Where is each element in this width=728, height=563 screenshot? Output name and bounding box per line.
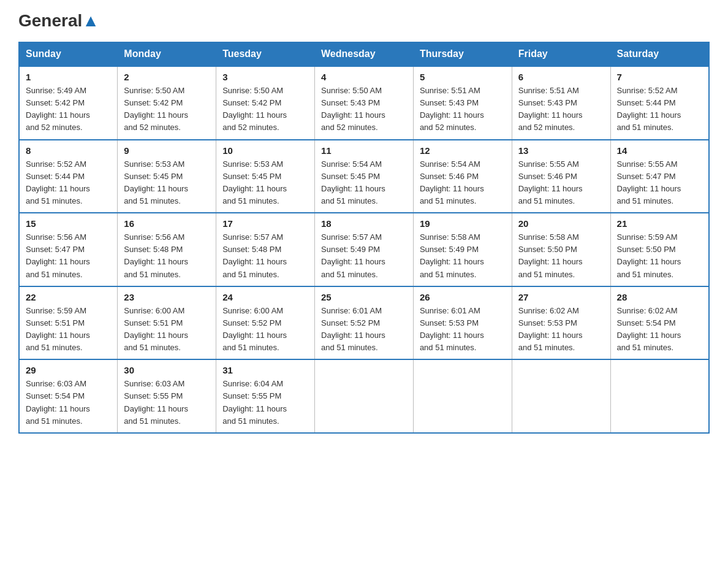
- day-cell: 14 Sunrise: 5:55 AMSunset: 5:47 PMDaylig…: [610, 140, 709, 213]
- day-info: Sunrise: 6:01 AMSunset: 5:53 PMDaylight:…: [420, 306, 484, 352]
- day-cell: 18 Sunrise: 5:57 AMSunset: 5:49 PMDaylig…: [315, 213, 414, 286]
- day-cell: 5 Sunrise: 5:51 AMSunset: 5:43 PMDayligh…: [413, 66, 512, 140]
- week-row-4: 22 Sunrise: 5:59 AMSunset: 5:51 PMDaylig…: [19, 286, 709, 360]
- day-cell: 16 Sunrise: 5:56 AMSunset: 5:48 PMDaylig…: [118, 213, 216, 286]
- day-info: Sunrise: 5:53 AMSunset: 5:45 PMDaylight:…: [222, 159, 287, 205]
- header-cell-friday: Friday: [512, 42, 610, 67]
- day-info: Sunrise: 5:57 AMSunset: 5:48 PMDaylight:…: [222, 232, 287, 278]
- day-info: Sunrise: 5:54 AMSunset: 5:46 PMDaylight:…: [420, 159, 484, 205]
- logo-arrow-icon: ▲: [82, 11, 99, 30]
- day-number: 5: [420, 72, 506, 82]
- day-info: Sunrise: 6:02 AMSunset: 5:54 PMDaylight:…: [617, 306, 681, 352]
- day-cell: 21 Sunrise: 5:59 AMSunset: 5:50 PMDaylig…: [610, 213, 709, 286]
- day-number: 29: [26, 365, 111, 375]
- day-cell: 11 Sunrise: 5:54 AMSunset: 5:45 PMDaylig…: [315, 140, 414, 213]
- header-cell-sunday: Sunday: [19, 42, 118, 67]
- day-info: Sunrise: 5:50 AMSunset: 5:42 PMDaylight:…: [124, 86, 188, 132]
- day-info: Sunrise: 6:02 AMSunset: 5:53 PMDaylight:…: [518, 306, 583, 352]
- day-number: 23: [124, 292, 210, 302]
- day-info: Sunrise: 6:03 AMSunset: 5:54 PMDaylight:…: [26, 379, 90, 425]
- day-cell: 2 Sunrise: 5:50 AMSunset: 5:42 PMDayligh…: [118, 66, 216, 140]
- day-number: 11: [321, 145, 407, 156]
- logo: General▲: [18, 12, 99, 31]
- day-cell: 9 Sunrise: 5:53 AMSunset: 5:45 PMDayligh…: [118, 140, 216, 213]
- week-row-5: 29 Sunrise: 6:03 AMSunset: 5:54 PMDaylig…: [19, 359, 709, 433]
- calendar-body: 1 Sunrise: 5:49 AMSunset: 5:42 PMDayligh…: [19, 66, 709, 433]
- day-number: 4: [321, 72, 407, 82]
- day-info: Sunrise: 5:55 AMSunset: 5:47 PMDaylight:…: [617, 159, 681, 205]
- day-cell: 1 Sunrise: 5:49 AMSunset: 5:42 PMDayligh…: [19, 66, 118, 140]
- day-number: 18: [321, 218, 407, 229]
- day-cell: 20 Sunrise: 5:58 AMSunset: 5:50 PMDaylig…: [512, 213, 610, 286]
- week-row-1: 1 Sunrise: 5:49 AMSunset: 5:42 PMDayligh…: [19, 66, 709, 140]
- day-cell: 26 Sunrise: 6:01 AMSunset: 5:53 PMDaylig…: [413, 286, 512, 360]
- day-info: Sunrise: 5:52 AMSunset: 5:44 PMDaylight:…: [617, 86, 681, 132]
- day-cell: 31 Sunrise: 6:04 AMSunset: 5:55 PMDaylig…: [216, 359, 315, 433]
- day-number: 16: [124, 218, 210, 229]
- day-info: Sunrise: 5:58 AMSunset: 5:49 PMDaylight:…: [420, 232, 484, 278]
- day-number: 30: [124, 365, 210, 375]
- day-info: Sunrise: 5:50 AMSunset: 5:42 PMDaylight:…: [222, 86, 287, 132]
- day-cell: 6 Sunrise: 5:51 AMSunset: 5:43 PMDayligh…: [512, 66, 610, 140]
- day-number: 1: [26, 72, 111, 82]
- day-cell: 19 Sunrise: 5:58 AMSunset: 5:49 PMDaylig…: [413, 213, 512, 286]
- day-cell: 24 Sunrise: 6:00 AMSunset: 5:52 PMDaylig…: [216, 286, 315, 360]
- day-cell: 3 Sunrise: 5:50 AMSunset: 5:42 PMDayligh…: [216, 66, 315, 140]
- day-info: Sunrise: 5:50 AMSunset: 5:43 PMDaylight:…: [321, 86, 385, 132]
- day-number: 21: [617, 218, 702, 229]
- calendar-header: SundayMondayTuesdayWednesdayThursdayFrid…: [19, 42, 709, 67]
- day-info: Sunrise: 6:00 AMSunset: 5:52 PMDaylight:…: [222, 306, 287, 352]
- week-row-3: 15 Sunrise: 5:56 AMSunset: 5:47 PMDaylig…: [19, 213, 709, 286]
- day-info: Sunrise: 5:54 AMSunset: 5:45 PMDaylight:…: [321, 159, 385, 205]
- day-cell: 13 Sunrise: 5:55 AMSunset: 5:46 PMDaylig…: [512, 140, 610, 213]
- day-info: Sunrise: 5:59 AMSunset: 5:51 PMDaylight:…: [26, 306, 90, 352]
- day-cell: [512, 359, 610, 433]
- day-number: 8: [26, 145, 111, 156]
- day-info: Sunrise: 5:51 AMSunset: 5:43 PMDaylight:…: [420, 86, 484, 132]
- day-info: Sunrise: 5:49 AMSunset: 5:42 PMDaylight:…: [26, 86, 90, 132]
- day-info: Sunrise: 6:04 AMSunset: 5:55 PMDaylight:…: [222, 379, 287, 425]
- day-number: 2: [124, 72, 210, 82]
- day-info: Sunrise: 5:58 AMSunset: 5:50 PMDaylight:…: [518, 232, 583, 278]
- day-number: 22: [26, 292, 111, 302]
- header-cell-thursday: Thursday: [413, 42, 512, 67]
- header-row: SundayMondayTuesdayWednesdayThursdayFrid…: [19, 42, 709, 67]
- page-header: General▲: [18, 12, 710, 31]
- day-info: Sunrise: 6:01 AMSunset: 5:52 PMDaylight:…: [321, 306, 385, 352]
- logo-general-text: General▲: [18, 12, 99, 29]
- day-info: Sunrise: 5:57 AMSunset: 5:49 PMDaylight:…: [321, 232, 385, 278]
- day-cell: 29 Sunrise: 6:03 AMSunset: 5:54 PMDaylig…: [19, 359, 118, 433]
- day-number: 14: [617, 145, 702, 156]
- week-row-2: 8 Sunrise: 5:52 AMSunset: 5:44 PMDayligh…: [19, 140, 709, 213]
- day-info: Sunrise: 5:59 AMSunset: 5:50 PMDaylight:…: [617, 232, 681, 278]
- day-info: Sunrise: 5:53 AMSunset: 5:45 PMDaylight:…: [124, 159, 188, 205]
- day-info: Sunrise: 5:52 AMSunset: 5:44 PMDaylight:…: [26, 159, 90, 205]
- day-cell: 22 Sunrise: 5:59 AMSunset: 5:51 PMDaylig…: [19, 286, 118, 360]
- day-cell: 23 Sunrise: 6:00 AMSunset: 5:51 PMDaylig…: [118, 286, 216, 360]
- day-number: 24: [222, 292, 308, 302]
- day-number: 17: [222, 218, 308, 229]
- day-info: Sunrise: 5:56 AMSunset: 5:48 PMDaylight:…: [124, 232, 188, 278]
- day-number: 28: [617, 292, 702, 302]
- day-number: 7: [617, 72, 702, 82]
- day-cell: [610, 359, 709, 433]
- calendar-table: SundayMondayTuesdayWednesdayThursdayFrid…: [18, 42, 710, 434]
- day-cell: 7 Sunrise: 5:52 AMSunset: 5:44 PMDayligh…: [610, 66, 709, 140]
- day-cell: [413, 359, 512, 433]
- day-info: Sunrise: 6:00 AMSunset: 5:51 PMDaylight:…: [124, 306, 188, 352]
- day-number: 19: [420, 218, 506, 229]
- day-info: Sunrise: 5:51 AMSunset: 5:43 PMDaylight:…: [518, 86, 583, 132]
- day-cell: 12 Sunrise: 5:54 AMSunset: 5:46 PMDaylig…: [413, 140, 512, 213]
- day-number: 27: [518, 292, 604, 302]
- header-cell-wednesday: Wednesday: [315, 42, 414, 67]
- day-cell: 15 Sunrise: 5:56 AMSunset: 5:47 PMDaylig…: [19, 213, 118, 286]
- day-number: 6: [518, 72, 604, 82]
- day-number: 25: [321, 292, 407, 302]
- day-info: Sunrise: 6:03 AMSunset: 5:55 PMDaylight:…: [124, 379, 188, 425]
- day-number: 15: [26, 218, 111, 229]
- day-number: 3: [222, 72, 308, 82]
- header-cell-monday: Monday: [118, 42, 216, 67]
- day-cell: 30 Sunrise: 6:03 AMSunset: 5:55 PMDaylig…: [118, 359, 216, 433]
- day-cell: 25 Sunrise: 6:01 AMSunset: 5:52 PMDaylig…: [315, 286, 414, 360]
- day-cell: 28 Sunrise: 6:02 AMSunset: 5:54 PMDaylig…: [610, 286, 709, 360]
